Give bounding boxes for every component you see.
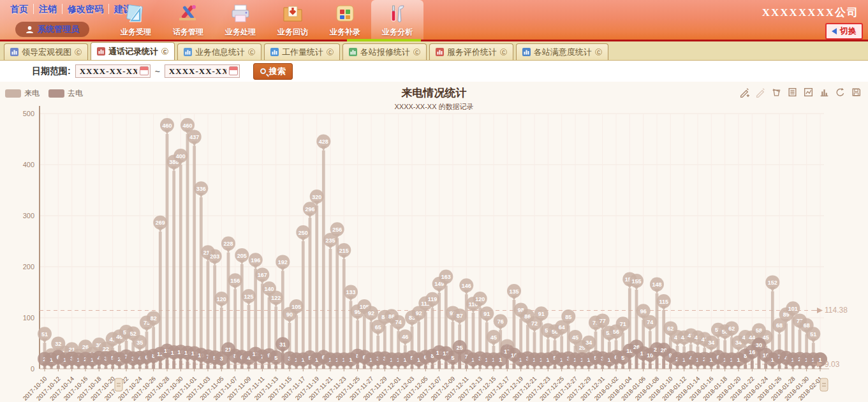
svg-text:105: 105 bbox=[291, 304, 301, 310]
tab-close-icon[interactable]: c bbox=[500, 48, 507, 56]
app-callback[interactable]: 业务回访 bbox=[267, 0, 319, 40]
svg-text:120: 120 bbox=[217, 296, 226, 302]
chart-subtitle: XXXX-XX-XX 的数据记录 bbox=[0, 102, 868, 112]
legend-label: 去电 bbox=[68, 88, 83, 99]
svg-text:90: 90 bbox=[286, 311, 293, 318]
tiles-icon bbox=[334, 3, 357, 26]
svg-text:32: 32 bbox=[55, 341, 61, 347]
svg-text:62: 62 bbox=[728, 325, 735, 332]
tab-label: 各站满意度统计 bbox=[534, 47, 592, 58]
svg-text:228: 228 bbox=[223, 241, 233, 247]
markline-remove-icon[interactable] bbox=[755, 87, 766, 100]
svg-text:400: 400 bbox=[23, 161, 34, 168]
restore-icon[interactable] bbox=[835, 87, 846, 100]
tab-chart-icon bbox=[436, 48, 444, 56]
markline-add-icon[interactable] bbox=[739, 87, 750, 100]
svg-text:5: 5 bbox=[274, 355, 277, 361]
svg-text:140: 140 bbox=[264, 286, 274, 292]
svg-text:45: 45 bbox=[490, 334, 497, 341]
svg-text:119: 119 bbox=[428, 296, 438, 302]
svg-text:71: 71 bbox=[620, 321, 626, 327]
save-image-icon[interactable] bbox=[851, 87, 862, 100]
app-business-process[interactable]: 业务处理 bbox=[214, 0, 267, 40]
menu-home[interactable]: 首页 bbox=[5, 4, 34, 14]
clear-icon[interactable] bbox=[771, 87, 782, 100]
app-label: 话务管理 bbox=[173, 27, 203, 38]
bar-chart-icon[interactable] bbox=[819, 87, 830, 100]
printer-icon bbox=[229, 3, 252, 26]
svg-text:196: 196 bbox=[251, 257, 260, 264]
svg-text:62: 62 bbox=[667, 325, 673, 332]
app-label: 业务处理 bbox=[225, 27, 256, 38]
tab-label: 领导宏观视图 bbox=[22, 47, 71, 58]
calendar-icon[interactable] bbox=[229, 66, 238, 75]
svg-text:91: 91 bbox=[538, 311, 545, 317]
tab-close-icon[interactable]: c bbox=[248, 48, 255, 56]
tab-chart-icon bbox=[97, 47, 105, 56]
tab-close-icon[interactable]: c bbox=[327, 48, 334, 56]
svg-text:156: 156 bbox=[230, 278, 240, 284]
legend-swatch bbox=[5, 89, 21, 98]
switch-button[interactable]: 切换 bbox=[825, 23, 863, 40]
tools-icon bbox=[386, 3, 409, 26]
tab-3[interactable]: 工作量统计c bbox=[264, 43, 340, 60]
svg-text:460: 460 bbox=[182, 123, 192, 129]
app-header: 首页注销修改密码建议 系统管理员 业务受理 话务管理 业务处理 业务回访 业务补… bbox=[0, 0, 868, 41]
menu-logout[interactable]: 注销 bbox=[34, 4, 63, 14]
svg-text:203: 203 bbox=[210, 253, 219, 260]
svg-text:115: 115 bbox=[659, 299, 668, 305]
switch-arrow-icon bbox=[832, 28, 837, 34]
tab-close-icon[interactable]: c bbox=[75, 48, 82, 56]
app-supplement[interactable]: 业务补录 bbox=[319, 0, 371, 40]
tab-1[interactable]: 通话记录统计c bbox=[91, 42, 175, 60]
tab-chart-icon bbox=[184, 48, 192, 56]
date-from-input[interactable] bbox=[75, 64, 151, 78]
svg-text:460: 460 bbox=[162, 123, 172, 129]
tab-close-icon[interactable]: c bbox=[413, 48, 420, 56]
chart-plot[interactable]: 0100200300400500519321421826123022414655… bbox=[0, 82, 868, 402]
svg-text:82: 82 bbox=[151, 315, 157, 322]
calendar-icon[interactable] bbox=[140, 66, 149, 75]
svg-text:135: 135 bbox=[509, 288, 519, 295]
search-button[interactable]: 搜索 bbox=[253, 63, 293, 80]
svg-text:22: 22 bbox=[103, 346, 109, 352]
tab-0[interactable]: 领导宏观视图c bbox=[4, 43, 88, 60]
app-business-accept[interactable]: 业务受理 bbox=[110, 0, 162, 40]
legend-item-outgoing[interactable]: 去电 bbox=[48, 88, 83, 99]
tab-6[interactable]: 各站满意度统计c bbox=[516, 43, 608, 60]
user-badge[interactable]: 系统管理员 bbox=[15, 22, 89, 37]
app-call-management[interactable]: 话务管理 bbox=[162, 0, 214, 40]
svg-text:46: 46 bbox=[402, 334, 408, 340]
tab-label: 工作量统计 bbox=[282, 47, 323, 58]
line-chart-icon[interactable] bbox=[803, 87, 814, 100]
svg-text:400: 400 bbox=[176, 153, 186, 160]
menu-change-password[interactable]: 修改密码 bbox=[63, 4, 109, 14]
svg-text:34: 34 bbox=[585, 339, 592, 346]
tab-4[interactable]: 各站报修统计c bbox=[342, 43, 427, 60]
folder-download-icon bbox=[281, 3, 304, 26]
tab-close-icon[interactable]: c bbox=[595, 48, 602, 56]
user-name: 系统管理员 bbox=[38, 24, 79, 35]
svg-text:320: 320 bbox=[312, 194, 321, 200]
svg-text:215: 215 bbox=[339, 248, 349, 254]
svg-text:428: 428 bbox=[319, 138, 328, 145]
search-icon bbox=[260, 68, 266, 74]
tab-5[interactable]: 服务评价统计c bbox=[429, 43, 513, 60]
svg-text:163: 163 bbox=[441, 274, 451, 280]
svg-text:155: 155 bbox=[631, 278, 641, 285]
date-range-label: 日期范围: bbox=[32, 66, 71, 77]
data-view-icon[interactable] bbox=[787, 87, 798, 100]
date-separator: ~ bbox=[155, 66, 160, 77]
app-label: 业务回访 bbox=[277, 27, 308, 38]
svg-text:96: 96 bbox=[640, 308, 647, 315]
tab-close-icon[interactable]: c bbox=[161, 48, 168, 55]
legend-item-incoming[interactable]: 来电 bbox=[5, 88, 40, 99]
svg-text:0: 0 bbox=[31, 365, 34, 373]
svg-text:235: 235 bbox=[325, 237, 335, 244]
svg-text:74: 74 bbox=[395, 319, 402, 325]
app-analysis[interactable]: 业务分析 bbox=[371, 0, 423, 40]
filter-bar: 日期范围: ~ 搜索 bbox=[0, 61, 868, 82]
tab-2[interactable]: 业务信息统计c bbox=[177, 43, 261, 60]
svg-text:74: 74 bbox=[647, 319, 653, 325]
svg-text:51: 51 bbox=[41, 331, 48, 338]
